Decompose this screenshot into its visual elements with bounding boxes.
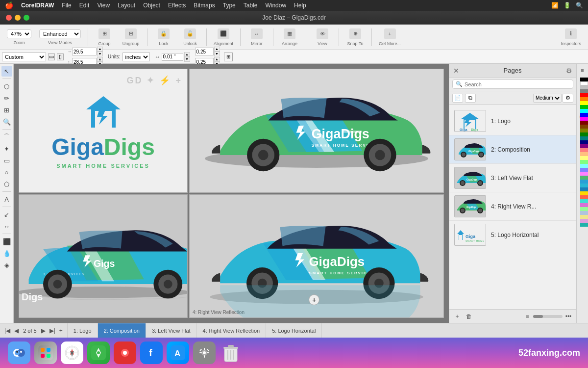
orientation-landscape[interactable]: ▯ bbox=[57, 53, 64, 60]
close-button[interactable] bbox=[6, 15, 12, 21]
swatch-magenta[interactable] bbox=[580, 117, 588, 121]
tab-3[interactable]: 3: Left View Flat bbox=[146, 323, 197, 338]
swatch-light-green[interactable] bbox=[580, 160, 588, 164]
swatch-light-red[interactable] bbox=[580, 148, 588, 152]
nudge-input[interactable] bbox=[162, 53, 183, 61]
connector-tool[interactable]: ↙ bbox=[1, 209, 12, 220]
crop-tool[interactable]: ⊞ bbox=[1, 105, 12, 115]
swatch-khaki[interactable] bbox=[580, 215, 588, 219]
swatch-teal[interactable] bbox=[580, 136, 588, 140]
panel-close-x[interactable]: ✕ bbox=[453, 67, 459, 75]
units-select[interactable]: inches mm cm pixels bbox=[122, 53, 150, 61]
scrollbar-thumb[interactable] bbox=[533, 315, 543, 318]
add-page-btn[interactable]: + bbox=[452, 312, 462, 321]
swatch-silver[interactable] bbox=[580, 85, 588, 89]
nudge-down[interactable]: ▼ bbox=[184, 57, 190, 62]
prev-page-btn[interactable]: ◀ bbox=[13, 326, 20, 335]
shape-tool[interactable]: ⬡ bbox=[1, 81, 12, 92]
page-item-4[interactable]: GigaDigs 4: Right View R... bbox=[449, 192, 576, 221]
menu-help[interactable]: Help bbox=[294, 2, 306, 9]
menu-window[interactable]: Window bbox=[265, 2, 286, 9]
swatch-black[interactable] bbox=[580, 78, 588, 81]
inspectors-icon[interactable]: ℹ bbox=[565, 28, 577, 39]
swatch-tomato[interactable] bbox=[580, 195, 588, 199]
next-page-btn[interactable]: ▶ bbox=[40, 326, 47, 335]
width-up[interactable]: ▲ bbox=[97, 47, 103, 52]
lock-ratio-btn[interactable]: ⊞ bbox=[224, 53, 233, 61]
snap-to-icon[interactable]: ⊕ bbox=[349, 28, 361, 39]
width-input[interactable] bbox=[72, 48, 97, 55]
swatch-gigadigs-blue[interactable] bbox=[580, 180, 588, 184]
logo-panel[interactable]: GD ✦ ⚡ + GigaDigs SMART HOME SERVICES bbox=[19, 69, 188, 193]
rectangle-tool[interactable]: ▭ bbox=[1, 155, 12, 166]
scale-x-down[interactable]: ▼ bbox=[214, 52, 220, 56]
swatch-green[interactable] bbox=[580, 105, 588, 109]
zoom-indicator-btn[interactable]: + bbox=[309, 294, 319, 305]
maximize-button[interactable] bbox=[24, 15, 29, 21]
nudge-up[interactable]: ▲ bbox=[184, 52, 190, 57]
view-icon[interactable]: 👁 bbox=[317, 28, 328, 39]
ungroup-icon[interactable]: ⊟ bbox=[125, 28, 137, 39]
swatch-light-magenta[interactable] bbox=[580, 172, 588, 176]
swatch-orchid[interactable] bbox=[580, 203, 588, 207]
swatch-light-cyan[interactable] bbox=[580, 164, 588, 168]
menu-bitmaps[interactable]: Bitmaps bbox=[194, 2, 215, 9]
tab-5[interactable]: 5: Logo Horizontal bbox=[266, 323, 322, 338]
swatch-light-orange[interactable] bbox=[580, 152, 588, 156]
new-page-btn[interactable]: 📄 bbox=[452, 94, 463, 103]
panel-settings-btn[interactable]: ⚙ bbox=[563, 94, 573, 103]
page-item-5[interactable]: Giga SMART HOME 5: Logo Horizontal bbox=[449, 221, 576, 249]
height-up[interactable]: ▲ bbox=[97, 57, 103, 62]
panel-settings-icon[interactable]: ⚙ bbox=[566, 67, 572, 75]
swatch-gigadigs-green[interactable] bbox=[580, 176, 588, 180]
zoom-select[interactable]: 47% 50% 75% 100% bbox=[7, 29, 31, 38]
swatch-gold[interactable] bbox=[580, 191, 588, 195]
swatch-light-yellow[interactable] bbox=[580, 156, 588, 160]
swatch-yellow[interactable] bbox=[580, 101, 588, 105]
swatch-purple[interactable] bbox=[580, 144, 588, 148]
swatch-teal-light[interactable] bbox=[580, 184, 588, 187]
swatch-light-steel[interactable] bbox=[580, 211, 588, 215]
menu-edit[interactable]: Edit bbox=[79, 2, 90, 9]
page-item-1[interactable]: Giga Digs 1: Logo bbox=[449, 107, 576, 135]
scale-y-up[interactable]: ▲ bbox=[214, 57, 220, 62]
orientation-portrait[interactable]: ▭ bbox=[48, 53, 55, 60]
menu-view[interactable]: View bbox=[97, 2, 110, 9]
smart-draw-tool[interactable]: ✦ bbox=[1, 143, 12, 154]
swatch-dark-green[interactable] bbox=[580, 132, 588, 136]
duplicate-page-btn[interactable]: ⧉ bbox=[465, 94, 476, 103]
swatch-navy[interactable] bbox=[580, 140, 588, 144]
apple-menu[interactable]: 🍎 bbox=[5, 1, 13, 9]
dock-red-app[interactable] bbox=[114, 342, 136, 364]
swatch-sea-green[interactable] bbox=[580, 223, 588, 227]
curve-tool[interactable]: ⌒ bbox=[1, 131, 12, 142]
swatch-orange[interactable] bbox=[580, 97, 588, 101]
tab-1[interactable]: 1: Logo bbox=[68, 323, 98, 338]
swatch-olive[interactable] bbox=[580, 129, 588, 132]
zoom-tool[interactable]: 🔍 bbox=[1, 116, 12, 127]
last-page-btn[interactable]: ▶| bbox=[48, 326, 57, 335]
dock-safari[interactable] bbox=[61, 342, 83, 364]
tab-4[interactable]: 4: Right View Reflection bbox=[197, 323, 267, 338]
dock-pen-tool[interactable] bbox=[87, 342, 110, 364]
dimension-tool[interactable]: ↔ bbox=[1, 221, 12, 232]
menu-type[interactable]: Type bbox=[223, 2, 236, 9]
polygon-tool[interactable]: ⬠ bbox=[1, 179, 12, 189]
fill-tool[interactable]: ⬛ bbox=[1, 236, 12, 247]
dock-finder[interactable] bbox=[8, 342, 30, 364]
dock-sysprefs[interactable] bbox=[193, 342, 216, 364]
page-item-2[interactable]: GigaDigs 2: Composition bbox=[449, 135, 576, 164]
swatch-pale-green[interactable] bbox=[580, 207, 588, 211]
minimize-button[interactable] bbox=[15, 15, 21, 21]
swatch-maroon[interactable] bbox=[580, 121, 588, 125]
lock-icon[interactable]: 🔒 bbox=[158, 28, 170, 39]
pages-search-input[interactable] bbox=[465, 81, 570, 87]
unlock-icon[interactable]: 🔓 bbox=[184, 28, 196, 39]
list-view-btn[interactable]: ≡ bbox=[522, 312, 532, 321]
arrange-icon[interactable]: ▦ bbox=[284, 28, 295, 39]
swatch-turquoise[interactable] bbox=[580, 199, 588, 203]
ellipse-tool[interactable]: ○ bbox=[1, 167, 12, 178]
canvas-area[interactable]: GD ✦ ⚡ + GigaDigs SMART HOME SERVICES bbox=[14, 64, 449, 323]
delete-page-btn[interactable]: 🗑 bbox=[464, 312, 474, 321]
page-item-3[interactable]: GigaDigs 3: Left View Flat bbox=[449, 164, 576, 192]
